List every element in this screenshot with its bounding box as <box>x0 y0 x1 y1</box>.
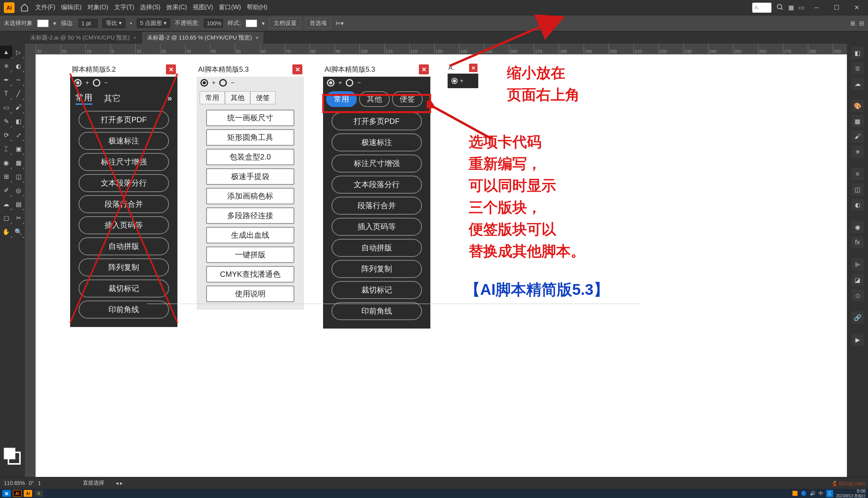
script-button[interactable]: 打开多页PDF <box>79 111 169 129</box>
script-button[interactable]: 文本段落分行 <box>79 174 169 192</box>
script-button[interactable]: 自动拼版 <box>79 237 169 255</box>
fill-stroke-control[interactable] <box>2 446 21 465</box>
script-button[interactable]: 使用说明 <box>206 286 294 302</box>
chevron-right-icon[interactable]: » <box>167 94 172 104</box>
style-swatch[interactable] <box>246 20 257 27</box>
eraser-tool[interactable]: ◧ <box>12 115 25 128</box>
script-button[interactable]: 包装盒型2.0 <box>206 149 294 165</box>
tab-other[interactable]: 其他 <box>225 91 250 104</box>
script-button[interactable]: 生成出血线 <box>206 227 294 243</box>
menu-effect[interactable]: 效果(C) <box>166 3 187 12</box>
rotate-tool[interactable]: ⟳ <box>0 128 12 141</box>
tray-icon[interactable]: 🔊 <box>810 491 815 496</box>
doc-setup-button[interactable]: 文档设置 <box>269 18 301 28</box>
hand-tool[interactable]: ✋ <box>0 225 12 238</box>
links-panel-icon[interactable]: 🔗 <box>852 311 864 324</box>
close-button[interactable]: ✕ <box>292 64 302 74</box>
zoom-level[interactable]: 110.65% <box>4 480 25 486</box>
radio-off[interactable] <box>346 79 353 87</box>
taskbar-ai-1[interactable]: Ai <box>13 490 21 497</box>
tab-common[interactable]: 常用 <box>200 91 225 104</box>
gradient-panel-icon[interactable]: ◫ <box>852 183 864 196</box>
script-button[interactable]: 裁切标记 <box>79 279 169 297</box>
search-box[interactable]: A. <box>752 3 771 13</box>
script-button[interactable]: CMYK查找潘通色 <box>206 266 294 283</box>
panel-toggle-icon[interactable]: ⊞ <box>850 20 855 27</box>
fill-swatch[interactable] <box>37 20 49 27</box>
tray-icon[interactable]: 🟧 <box>792 491 798 496</box>
close-button[interactable]: ✕ <box>849 2 864 13</box>
script-button[interactable]: 裁切标记 <box>331 281 422 299</box>
mesh-tool[interactable]: ⊞ <box>0 170 12 183</box>
artboard-nav[interactable]: 1 <box>38 480 41 486</box>
doc-tab-2[interactable]: 未标题-2 @ 110.65 % (CMYK/CPU 预览)× <box>142 32 264 44</box>
taskbar-ai-2[interactable]: Ai <box>24 490 32 497</box>
close-tab-icon[interactable]: × <box>256 35 258 41</box>
selection-tool[interactable]: ▲ <box>0 46 12 59</box>
radio-on[interactable] <box>327 79 335 87</box>
script-button[interactable]: 段落行合并 <box>79 195 169 213</box>
script-button[interactable]: 阵列复制 <box>79 258 169 276</box>
align-icon[interactable]: ⊨▾ <box>336 20 344 27</box>
script-button[interactable]: 极速手提袋 <box>206 168 294 185</box>
swatches-panel-icon[interactable]: ▦ <box>852 115 864 127</box>
brushes-panel-icon[interactable]: 🖌 <box>852 130 864 143</box>
rectangle-tool[interactable]: ▭ <box>0 101 12 114</box>
minimize-button[interactable]: ─ <box>809 2 824 13</box>
graph-tool[interactable]: ▤ <box>12 197 25 210</box>
eyedropper-tool[interactable]: ✐ <box>0 184 12 197</box>
radio-on[interactable] <box>451 78 458 84</box>
canvas[interactable]: 脚本精简版5.2 ✕ + − 常用 其它 » 打开多页PDF极速标注标注尺寸增强… <box>36 54 847 477</box>
perspective-tool[interactable]: ▦ <box>12 156 25 169</box>
type-tool[interactable]: T <box>0 87 12 100</box>
symbols-panel-icon[interactable]: ☀ <box>852 146 864 158</box>
line-tool[interactable]: ╱ <box>12 87 25 100</box>
paintbrush-tool[interactable]: 🖌 <box>12 101 25 114</box>
tab-other[interactable]: 其它 <box>104 93 121 104</box>
menu-file[interactable]: 文件(F) <box>35 3 55 12</box>
workspace-icon[interactable]: ▭ <box>799 4 804 11</box>
script-button[interactable]: 标注尺寸增强 <box>331 154 422 173</box>
script-button[interactable]: 一键拼版 <box>206 247 294 263</box>
menu-help[interactable]: 帮助(H) <box>247 3 267 12</box>
menu-object[interactable]: 对象(O) <box>87 3 108 12</box>
scale-tool[interactable]: ⤢ <box>12 128 25 141</box>
artboard-tool[interactable]: ▢ <box>0 211 12 224</box>
menu-text[interactable]: 文字(T) <box>114 3 134 12</box>
curvature-tool[interactable]: ～ <box>12 73 25 86</box>
radio-off[interactable] <box>219 79 227 87</box>
script-button[interactable]: 极速标注 <box>79 132 169 150</box>
radio-on[interactable] <box>74 79 82 87</box>
script-button[interactable]: 文本段落分行 <box>331 176 422 194</box>
script-button[interactable]: 阵列复制 <box>331 260 422 278</box>
home-icon[interactable] <box>20 3 30 12</box>
zoom-tool[interactable]: 🔍 <box>12 225 25 238</box>
tab-notes[interactable]: 便签 <box>250 91 276 104</box>
transparency-panel-icon[interactable]: ◐ <box>852 199 864 211</box>
script-button[interactable]: 矩形圆角工具 <box>206 129 294 146</box>
menu-edit[interactable]: 编辑(E) <box>61 3 81 12</box>
taskbar-app[interactable]: S <box>34 490 43 497</box>
lasso-tool[interactable]: ◐ <box>12 59 25 72</box>
direct-selection-tool[interactable]: ▷ <box>12 46 25 59</box>
script-button[interactable]: 段落行合并 <box>331 197 422 215</box>
menu-select[interactable]: 选择(S) <box>140 3 160 12</box>
script-button[interactable]: 自动拼版 <box>331 239 422 257</box>
gradient-tool[interactable]: ◫ <box>12 170 25 183</box>
script-button[interactable]: 极速标注 <box>331 133 422 151</box>
radio-on[interactable] <box>200 79 208 87</box>
menu-window[interactable]: 窗口(W) <box>219 3 241 12</box>
stroke-value[interactable]: 1 pt <box>79 19 98 28</box>
align-panel-icon[interactable]: ⊫ <box>852 258 864 271</box>
doc-tab-1[interactable]: 未标题-2.ai @ 50 % (CMYK/CPU 预览)× <box>25 32 142 44</box>
script-button[interactable]: 统一画板尺寸 <box>206 110 294 126</box>
prefs-button[interactable]: 首选项 <box>305 18 331 28</box>
appearance-panel-icon[interactable]: ◉ <box>852 221 864 233</box>
libraries-panel-icon[interactable]: ☁ <box>852 77 864 90</box>
start-button[interactable]: ⊞ <box>2 490 11 497</box>
graphic-styles-panel-icon[interactable]: fx <box>852 236 864 248</box>
script-button[interactable]: 印前角线 <box>331 302 422 320</box>
opacity-value[interactable]: 100% <box>204 19 223 28</box>
search-icon[interactable] <box>776 3 784 12</box>
slice-tool[interactable]: ✂ <box>12 211 25 224</box>
